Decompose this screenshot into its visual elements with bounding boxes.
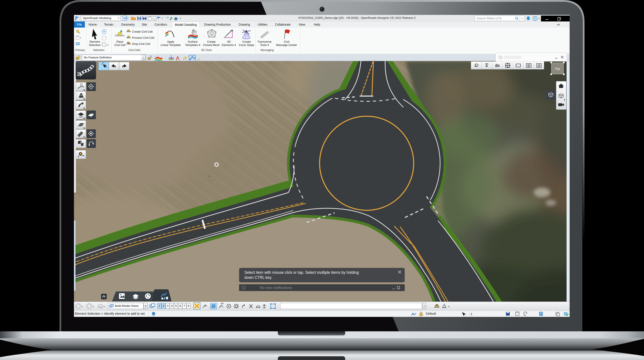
svg-text:▾: ▾: [162, 17, 163, 19]
svg-text:▾: ▾: [107, 44, 108, 46]
svg-text:▾: ▾: [82, 305, 83, 308]
svg-text:▾: ▾: [93, 305, 94, 308]
svg-text:i: i: [243, 286, 244, 289]
svg-text:▾: ▾: [127, 17, 128, 19]
svg-text:A: A: [176, 55, 180, 61]
svg-text:V8: V8: [123, 17, 126, 20]
svg-text:▾: ▾: [180, 17, 181, 20]
svg-text:?: ?: [534, 17, 536, 20]
svg-text:▾: ▾: [80, 37, 81, 39]
svg-text:▾: ▾: [538, 18, 540, 20]
svg-text:: 1: : 1: [469, 312, 472, 316]
svg-text:▾: ▾: [448, 305, 449, 308]
svg-text:▾: ▾: [104, 305, 105, 308]
